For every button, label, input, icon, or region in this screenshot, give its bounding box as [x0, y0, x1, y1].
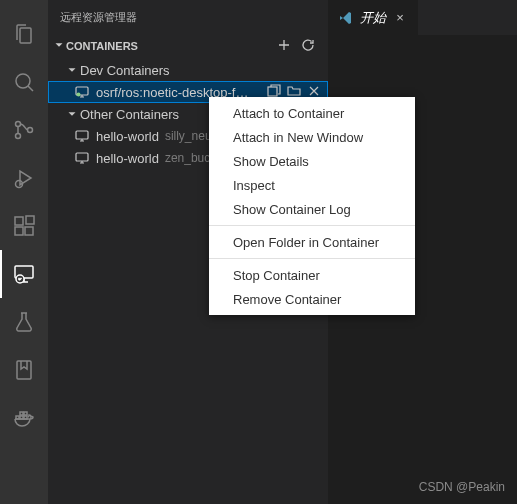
- container-icon: [74, 150, 90, 166]
- svg-rect-20: [76, 131, 88, 139]
- add-icon[interactable]: [276, 37, 292, 55]
- menu-show-details[interactable]: Show Details: [209, 149, 415, 173]
- close-icon[interactable]: ×: [392, 10, 408, 25]
- activity-explorer-icon[interactable]: [0, 10, 48, 58]
- activity-debug-icon[interactable]: [0, 154, 48, 202]
- activity-bookmark-icon[interactable]: [0, 346, 48, 394]
- activity-scm-icon[interactable]: [0, 106, 48, 154]
- svg-point-1: [16, 122, 21, 127]
- activity-extensions-icon[interactable]: [0, 202, 48, 250]
- activity-testing-icon[interactable]: [0, 298, 48, 346]
- activity-remote-explorer-icon[interactable]: [0, 250, 48, 298]
- svg-point-3: [28, 128, 33, 133]
- svg-point-18: [77, 93, 81, 97]
- svg-rect-16: [24, 412, 27, 415]
- svg-point-0: [16, 74, 30, 88]
- context-menu: Attach to Container Attach in New Window…: [209, 97, 415, 315]
- tree-item-desc: silly_neu: [165, 129, 212, 143]
- vscode-icon: [338, 10, 354, 26]
- activity-bar: [0, 0, 48, 504]
- container-running-icon: [74, 84, 90, 100]
- menu-separator: [209, 258, 415, 259]
- svg-rect-7: [25, 227, 33, 235]
- tree-item-label: hello-world: [96, 151, 159, 166]
- chevron-down-icon: [52, 38, 66, 54]
- menu-separator: [209, 225, 415, 226]
- menu-show-container-log[interactable]: Show Container Log: [209, 197, 415, 221]
- menu-attach-new-window[interactable]: Attach in New Window: [209, 125, 415, 149]
- sidebar-title: 远程资源管理器: [48, 0, 328, 35]
- activity-search-icon[interactable]: [0, 58, 48, 106]
- svg-rect-15: [20, 412, 23, 415]
- svg-rect-5: [15, 217, 23, 225]
- section-header-containers[interactable]: CONTAINERS: [48, 35, 328, 57]
- svg-rect-11: [17, 361, 31, 379]
- menu-inspect[interactable]: Inspect: [209, 173, 415, 197]
- svg-rect-6: [15, 227, 23, 235]
- tree-group-dev[interactable]: Dev Containers: [48, 59, 328, 81]
- menu-attach-to-container[interactable]: Attach to Container: [209, 101, 415, 125]
- tab-start[interactable]: 开始 ×: [328, 0, 418, 35]
- menu-remove-container[interactable]: Remove Container: [209, 287, 415, 311]
- section-title: CONTAINERS: [66, 40, 276, 52]
- tree-group-label: Dev Containers: [80, 63, 170, 78]
- container-icon: [74, 128, 90, 144]
- refresh-icon[interactable]: [300, 37, 316, 55]
- editor-tabs: 开始 ×: [328, 0, 517, 35]
- activity-docker-icon[interactable]: [0, 394, 48, 442]
- menu-stop-container[interactable]: Stop Container: [209, 263, 415, 287]
- tree-item-label: hello-world: [96, 129, 159, 144]
- svg-rect-19: [268, 87, 277, 96]
- tree-group-label: Other Containers: [80, 107, 179, 122]
- chevron-down-icon: [64, 63, 80, 77]
- tab-label: 开始: [360, 9, 386, 27]
- svg-rect-21: [76, 153, 88, 161]
- svg-rect-8: [26, 216, 34, 224]
- svg-point-2: [16, 134, 21, 139]
- menu-open-folder-in-container[interactable]: Open Folder in Container: [209, 230, 415, 254]
- watermark: CSDN @Peakin: [419, 480, 505, 494]
- chevron-down-icon: [64, 107, 80, 121]
